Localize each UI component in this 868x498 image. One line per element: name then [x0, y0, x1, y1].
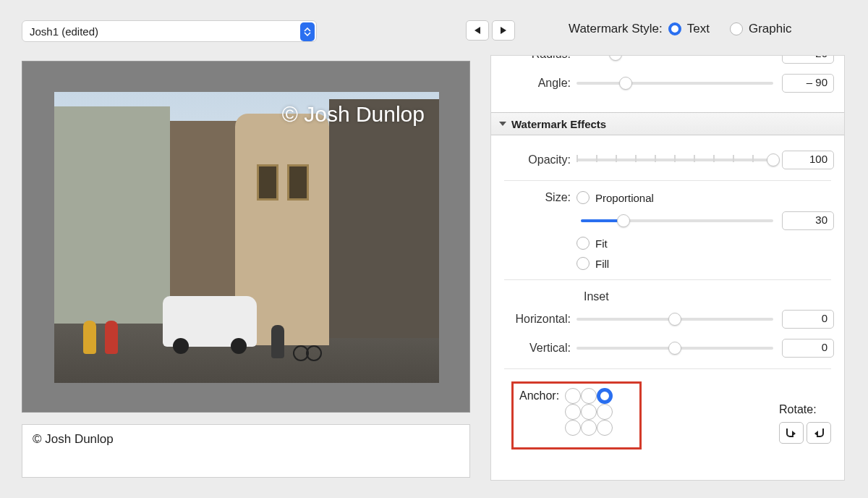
watermark-style-graphic-label: Graphic [749, 22, 792, 36]
watermark-overlay-text: © Josh Dunlop [282, 102, 425, 127]
preview-image: © Josh Dunlop [54, 92, 439, 383]
settings-panel: Radius: 20 Angle: – 90 Watermark E [490, 55, 845, 481]
size-value[interactable]: 30 [782, 211, 834, 230]
angle-slider[interactable] [576, 76, 773, 90]
preset-name: Josh1 (edited) [30, 25, 98, 38]
watermark-effects-header[interactable]: Watermark Effects [491, 112, 844, 135]
prev-button[interactable] [466, 20, 489, 41]
inset-vertical-slider[interactable] [576, 341, 773, 355]
anchor-bot-right[interactable] [597, 420, 613, 436]
inset-horizontal-slider[interactable] [576, 312, 773, 326]
rotate-cw-icon [785, 427, 798, 439]
size-fill-label: Fill [595, 258, 609, 270]
watermark-text-input[interactable]: © Josh Dunlop [22, 424, 470, 478]
inset-horizontal-value[interactable]: 0 [782, 310, 834, 329]
watermark-style-text-label: Text [687, 22, 710, 36]
inset-horizontal-label: Horizontal: [501, 313, 576, 326]
anchor-top-left[interactable] [565, 388, 581, 404]
watermark-style-text-radio[interactable] [668, 22, 681, 35]
anchor-group-highlight: Anchor: [511, 381, 642, 450]
disclosure-triangle-down-icon [498, 119, 507, 128]
rotate-ccw-button[interactable] [807, 422, 831, 444]
anchor-mid-center[interactable] [581, 404, 597, 420]
triangle-right-icon [500, 26, 507, 35]
anchor-top-center[interactable] [581, 388, 597, 404]
opacity-slider[interactable] [576, 153, 773, 167]
inset-vertical-label: Vertical: [501, 342, 576, 355]
anchor-top-right[interactable] [597, 388, 613, 404]
size-proportional-radio[interactable] [576, 191, 590, 204]
next-button[interactable] [492, 20, 515, 41]
dropdown-stepper-icon [300, 22, 315, 41]
rotate-label: Rotate: [779, 403, 831, 416]
anchor-bot-left[interactable] [565, 420, 581, 436]
preset-dropdown[interactable]: Josh1 (edited) [22, 20, 317, 42]
size-label: Size: [501, 191, 576, 204]
inset-title: Inset [491, 286, 844, 305]
watermark-style-group: Watermark Style: Text Graphic [569, 22, 791, 36]
rotate-ccw-icon [812, 427, 825, 439]
size-proportional-label: Proportional [595, 192, 654, 204]
anchor-label: Anchor: [519, 388, 559, 443]
anchor-mid-right[interactable] [597, 404, 613, 420]
preview-area: © Josh Dunlop [22, 61, 470, 413]
watermark-style-graphic-radio[interactable] [730, 22, 743, 35]
watermark-style-label: Watermark Style: [569, 22, 663, 36]
size-fit-radio[interactable] [576, 237, 590, 250]
anchor-bot-center[interactable] [581, 420, 597, 436]
radius-slider[interactable] [576, 55, 773, 62]
angle-label: Angle: [501, 77, 576, 90]
triangle-left-icon [474, 26, 481, 35]
opacity-label: Opacity: [501, 153, 576, 166]
size-slider[interactable] [581, 214, 773, 228]
size-fill-radio[interactable] [576, 257, 590, 270]
size-fit-label: Fit [595, 237, 608, 250]
angle-value[interactable]: – 90 [782, 74, 834, 93]
radius-value[interactable]: 20 [782, 55, 834, 64]
opacity-value[interactable]: 100 [782, 151, 834, 169]
anchor-mid-left[interactable] [565, 404, 581, 420]
rotate-cw-button[interactable] [779, 422, 804, 444]
rotate-group: Rotate: [779, 403, 831, 444]
radius-label: Radius: [501, 55, 576, 61]
inset-vertical-value[interactable]: 0 [782, 339, 834, 358]
anchor-grid [565, 388, 613, 443]
